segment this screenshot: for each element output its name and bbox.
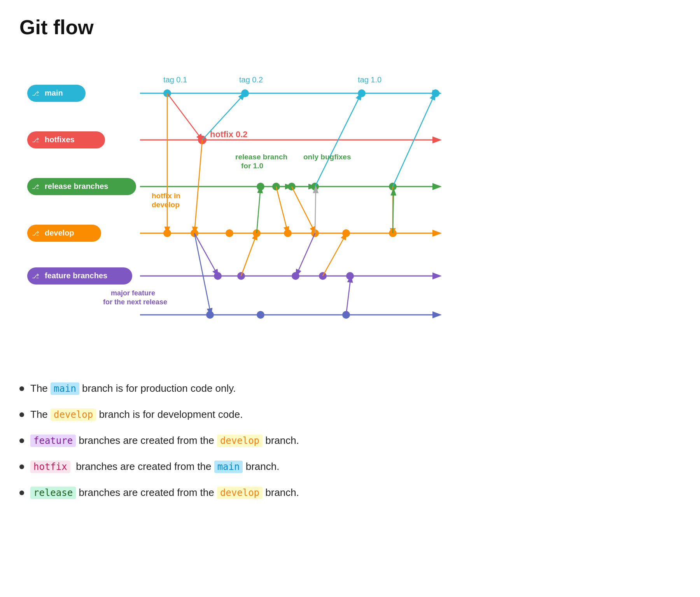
hotfix-highlight: hotfix [30,461,70,473]
desc-item-feature: feature branches are created from the de… [19,433,681,448]
desc-text-release: release branches are created from the de… [30,485,299,500]
svg-line-43 [257,187,261,233]
desc-item-hotfix: hotfix branches are created from the mai… [19,459,681,474]
svg-line-47 [292,187,315,232]
svg-point-26 [342,229,350,237]
svg-text:⎇: ⎇ [32,230,39,237]
develop-highlight-2: develop [217,435,262,447]
desc-text-main: The main branch is for production code o… [30,381,236,396]
svg-line-36 [167,93,202,140]
desc-item-develop: The develop branch is for development co… [19,407,681,422]
svg-line-50 [323,234,346,276]
bullet-icon [19,464,24,469]
svg-point-22 [226,229,233,237]
svg-line-54 [346,277,351,315]
svg-point-32 [346,272,354,280]
svg-text:develop: develop [45,229,74,237]
svg-line-49 [296,233,315,275]
svg-text:feature branches: feature branches [45,271,107,280]
svg-text:hotfix in: hotfix in [152,192,180,200]
svg-text:only bugfixes: only bugfixes [303,153,351,161]
svg-text:tag 0.1: tag 0.1 [163,75,187,84]
svg-text:⎇: ⎇ [32,137,39,143]
bullet-icon [19,412,24,417]
git-flow-diagram: tag 0.1 tag 0.2 tag 1.0 hotfix 0.2 [19,54,447,358]
svg-text:for 1.0: for 1.0 [241,162,263,170]
bullet-icon [19,386,24,391]
svg-text:major feature: major feature [111,289,155,297]
svg-line-46 [276,187,288,232]
svg-point-28 [214,272,222,280]
bullet-icon [19,438,24,443]
develop-highlight-3: develop [217,487,262,499]
release-highlight: release [30,487,76,499]
svg-point-12 [432,89,439,97]
svg-text:release branches: release branches [45,182,108,190]
svg-text:hotfixes: hotfixes [45,135,75,144]
feature-highlight: feature [30,435,76,447]
main-highlight: main [51,382,79,395]
svg-text:main: main [45,89,63,97]
svg-text:develop: develop [152,201,180,209]
svg-point-34 [257,311,264,319]
description-list: The main branch is for production code o… [19,381,681,500]
svg-line-40 [194,233,218,275]
svg-point-30 [292,272,299,280]
develop-highlight: develop [51,408,96,421]
svg-text:tag 0.2: tag 0.2 [239,75,263,84]
desc-text-develop: The develop branch is for development co… [30,407,243,422]
desc-text-feature: feature branches are created from the de… [30,433,299,448]
svg-line-41 [194,233,211,314]
svg-point-11 [358,89,366,97]
bullet-icon [19,491,24,495]
svg-text:⎇: ⎇ [32,273,39,279]
svg-text:⎇: ⎇ [32,183,39,190]
svg-text:tag 1.0: tag 1.0 [358,75,382,84]
svg-line-48 [315,187,316,233]
desc-item-release: release branches are created from the de… [19,485,681,500]
svg-text:release branch: release branch [235,153,287,161]
desc-item-main: The main branch is for production code o… [19,381,681,396]
svg-line-42 [241,234,257,276]
page-title: Git flow [19,16,681,39]
svg-text:for the next release: for the next release [103,298,167,306]
svg-text:hotfix 0.2: hotfix 0.2 [210,129,248,139]
diagram-svg: tag 0.1 tag 0.2 tag 1.0 hotfix 0.2 [19,54,447,358]
desc-text-hotfix: hotfix branches are created from the mai… [30,459,279,474]
svg-text:⎇: ⎇ [32,90,39,97]
main-highlight-2: main [214,461,243,473]
